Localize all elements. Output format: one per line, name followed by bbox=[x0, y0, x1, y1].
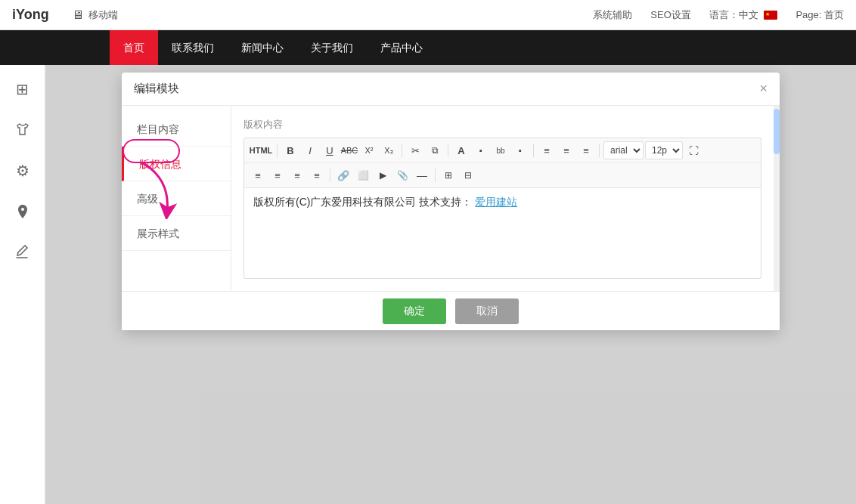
font-family-select[interactable]: arial bbox=[603, 141, 644, 159]
separator bbox=[599, 144, 600, 157]
rte-image-btn[interactable]: ⬜ bbox=[354, 166, 372, 184]
modal-nav: 栏目内容 版权信息 bbox=[122, 106, 231, 291]
nav-item-about[interactable]: 关于我们 bbox=[297, 30, 367, 65]
modal-nav-display-style[interactable]: 展示样式 bbox=[122, 216, 231, 251]
rte-bg-color-btn[interactable]: bb bbox=[492, 141, 510, 159]
modal-close-button[interactable]: × bbox=[759, 81, 768, 97]
rte-bold-btn[interactable]: B bbox=[281, 141, 299, 159]
modal-nav-advanced[interactable]: 高级 bbox=[122, 181, 231, 216]
rte-cut-btn[interactable]: ✂ bbox=[406, 141, 424, 159]
shirt-icon[interactable] bbox=[6, 113, 39, 147]
sys-help-link[interactable]: 系统辅助 bbox=[593, 8, 632, 22]
modal-nav-column-content[interactable]: 栏目内容 bbox=[122, 112, 231, 147]
rte-html-btn[interactable]: HTML bbox=[249, 141, 273, 159]
rte-strikethrough-btn[interactable]: ABC bbox=[340, 141, 358, 159]
separator bbox=[533, 144, 534, 157]
gear-icon[interactable]: ⚙ bbox=[6, 154, 39, 187]
top-bar-right: 系统辅助 SEO设置 语言：中文 Page: 首页 bbox=[593, 8, 844, 22]
modal-scrollbar[interactable] bbox=[774, 106, 780, 291]
rte-underline-btn[interactable]: U bbox=[321, 141, 339, 159]
separator bbox=[330, 169, 330, 182]
nav-item-products[interactable]: 产品中心 bbox=[367, 30, 436, 65]
rte-more-color-btn[interactable]: ▪ bbox=[511, 141, 529, 159]
rte-toolbar: HTML B I U ABC X² X₂ ✂ ⧉ bbox=[243, 138, 761, 188]
mobile-toggle[interactable]: 🖥 移动端 bbox=[72, 8, 118, 22]
rte-font-color-btn[interactable]: A bbox=[452, 141, 470, 159]
logo: iYong bbox=[12, 7, 49, 23]
content-area: 编辑模块 × 栏目内容 版权信息 bbox=[45, 65, 856, 504]
rte-link-btn[interactable]: 🔗 bbox=[334, 166, 352, 184]
nav-item-home[interactable]: 首页 bbox=[110, 30, 158, 65]
rte-toolbar-row2: ≡ ≡ ≡ ≡ 🔗 ⬜ ▶ 📎 — ⊞ bbox=[244, 163, 761, 188]
rte-toolbar-row1: HTML B I U ABC X² X₂ ✂ ⧉ bbox=[244, 138, 761, 163]
separator bbox=[448, 144, 448, 157]
rte-remove-table-btn[interactable]: ⊟ bbox=[459, 166, 477, 184]
rte-fullscreen-btn[interactable]: ⛶ bbox=[684, 141, 702, 159]
rte-italic-btn[interactable]: I bbox=[301, 141, 319, 159]
modal-footer: 确定 取消 bbox=[122, 291, 780, 330]
grid-icon[interactable]: ⊞ bbox=[6, 73, 39, 106]
page-label: Page: 首页 bbox=[796, 8, 844, 22]
top-bar: iYong 🖥 移动端 系统辅助 SEO设置 语言：中文 Page: 首页 bbox=[0, 0, 856, 30]
rte-copy-btn[interactable]: ⧉ bbox=[426, 141, 444, 159]
confirm-button[interactable]: 确定 bbox=[383, 298, 446, 324]
rte-align-right-btn[interactable]: ≡ bbox=[577, 141, 595, 159]
modal-overlay: 编辑模块 × 栏目内容 版权信息 bbox=[45, 65, 856, 504]
language-selector[interactable]: 语言：中文 bbox=[709, 8, 778, 22]
flag-icon bbox=[764, 11, 777, 20]
nav-item-contact[interactable]: 联系我们 bbox=[158, 30, 228, 65]
modal-header: 编辑模块 × bbox=[122, 73, 780, 106]
rte-attach-btn[interactable]: 📎 bbox=[393, 166, 411, 184]
editor-link[interactable]: 爱用建站 bbox=[475, 196, 517, 208]
rte-editor[interactable]: 版权所有(C)广东爱用科技有限公司 技术支持： 爱用建站 bbox=[243, 188, 761, 279]
rte-highlight-btn[interactable]: ▪ bbox=[472, 141, 490, 159]
rte-justify-btn[interactable]: ≡ bbox=[249, 166, 267, 184]
main-layout: ⊞ ⚙ 编辑模块 × bbox=[0, 65, 856, 504]
mobile-label: 移动端 bbox=[88, 8, 118, 22]
font-size-select[interactable]: 12px bbox=[645, 141, 683, 159]
modal: 编辑模块 × 栏目内容 版权信息 bbox=[122, 73, 780, 330]
cancel-button[interactable]: 取消 bbox=[455, 298, 519, 324]
separator bbox=[402, 144, 402, 157]
scrollbar-thumb[interactable] bbox=[774, 109, 780, 154]
rte-hr-btn[interactable]: — bbox=[413, 166, 431, 184]
modal-body: 栏目内容 版权信息 bbox=[122, 106, 780, 291]
nav-item-news[interactable]: 新闻中心 bbox=[228, 30, 297, 65]
separator bbox=[277, 144, 278, 157]
nav-bar: 首页 联系我们 新闻中心 关于我们 产品中心 bbox=[0, 30, 856, 65]
rte-table-btn[interactable]: ⊞ bbox=[439, 166, 457, 184]
location-icon[interactable] bbox=[6, 195, 39, 228]
monitor-icon: 🖥 bbox=[72, 8, 84, 22]
editor-text: 版权所有(C)广东爱用科技有限公司 技术支持： bbox=[253, 196, 472, 208]
rte-video-btn[interactable]: ▶ bbox=[374, 166, 392, 184]
seo-settings-link[interactable]: SEO设置 bbox=[650, 8, 690, 22]
rte-align-center-btn[interactable]: ≡ bbox=[557, 141, 575, 159]
modal-title: 编辑模块 bbox=[134, 82, 179, 96]
edit-icon[interactable] bbox=[6, 236, 39, 269]
rte-outdent-btn[interactable]: ≡ bbox=[288, 166, 306, 184]
rte-subscript-btn[interactable]: X₂ bbox=[380, 141, 398, 159]
rte-blockquote-btn[interactable]: ≡ bbox=[308, 166, 326, 184]
modal-content-right: 版权内容 HTML B I U ABC X² bbox=[231, 106, 774, 291]
modal-nav-copyright[interactable]: 版权信息 bbox=[122, 147, 231, 181]
rte-indent-btn[interactable]: ≡ bbox=[268, 166, 287, 184]
rte-align-left-btn[interactable]: ≡ bbox=[538, 141, 556, 159]
field-label: 版权内容 bbox=[243, 118, 761, 131]
separator bbox=[435, 169, 436, 182]
rte-superscript-btn[interactable]: X² bbox=[360, 141, 378, 159]
sidebar-icons: ⊞ ⚙ bbox=[0, 65, 45, 504]
